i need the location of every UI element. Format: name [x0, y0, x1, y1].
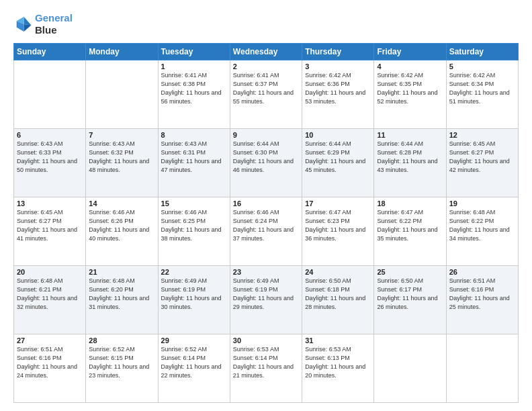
day-info: Sunrise: 6:48 AM Sunset: 6:21 PM Dayligh… [17, 277, 83, 312]
calendar-cell: 1Sunrise: 6:41 AM Sunset: 6:38 PM Daylig… [158, 60, 230, 129]
day-number: 17 [305, 199, 371, 208]
day-info: Sunrise: 6:46 AM Sunset: 6:25 PM Dayligh… [161, 208, 227, 243]
calendar-cell: 29Sunrise: 6:52 AM Sunset: 6:14 PM Dayli… [158, 334, 230, 403]
day-info: Sunrise: 6:44 AM Sunset: 6:30 PM Dayligh… [233, 140, 299, 175]
day-info: Sunrise: 6:49 AM Sunset: 6:19 PM Dayligh… [161, 277, 227, 312]
calendar-cell: 8Sunrise: 6:43 AM Sunset: 6:31 PM Daylig… [158, 129, 230, 197]
logo-text: General Blue [35, 12, 73, 36]
day-number: 21 [89, 268, 154, 276]
calendar-table: SundayMondayTuesdayWednesdayThursdayFrid… [13, 43, 519, 403]
header: General Blue [13, 12, 519, 36]
calendar-cell: 10Sunrise: 6:44 AM Sunset: 6:29 PM Dayli… [302, 129, 374, 197]
day-number: 23 [233, 268, 299, 276]
day-info: Sunrise: 6:53 AM Sunset: 6:13 PM Dayligh… [305, 345, 371, 380]
day-number: 8 [161, 131, 227, 139]
logo-icon [13, 15, 32, 34]
day-number: 15 [161, 199, 227, 208]
calendar-cell: 23Sunrise: 6:49 AM Sunset: 6:19 PM Dayli… [230, 266, 302, 334]
weekday-header: Sunday [14, 44, 86, 60]
day-info: Sunrise: 6:51 AM Sunset: 6:16 PM Dayligh… [17, 345, 83, 380]
day-info: Sunrise: 6:43 AM Sunset: 6:33 PM Dayligh… [17, 140, 83, 175]
day-info: Sunrise: 6:43 AM Sunset: 6:31 PM Dayligh… [161, 140, 227, 175]
day-info: Sunrise: 6:50 AM Sunset: 6:17 PM Dayligh… [377, 277, 443, 312]
calendar-cell: 11Sunrise: 6:44 AM Sunset: 6:28 PM Dayli… [374, 129, 446, 197]
calendar-cell: 9Sunrise: 6:44 AM Sunset: 6:30 PM Daylig… [230, 129, 302, 197]
day-number: 7 [89, 131, 154, 139]
calendar-cell [446, 334, 518, 403]
day-number: 10 [305, 131, 371, 139]
weekday-header: Tuesday [158, 44, 230, 60]
day-number: 11 [377, 131, 443, 139]
calendar-cell [374, 334, 446, 403]
day-info: Sunrise: 6:45 AM Sunset: 6:27 PM Dayligh… [449, 140, 515, 175]
day-number: 12 [449, 131, 515, 139]
calendar-cell [86, 60, 158, 129]
calendar-cell: 2Sunrise: 6:41 AM Sunset: 6:37 PM Daylig… [230, 60, 302, 129]
svg-marker-2 [24, 24, 32, 32]
calendar-cell: 4Sunrise: 6:42 AM Sunset: 6:35 PM Daylig… [374, 60, 446, 129]
day-number: 19 [449, 199, 515, 208]
day-number: 27 [17, 336, 83, 345]
calendar-cell: 3Sunrise: 6:42 AM Sunset: 6:36 PM Daylig… [302, 60, 374, 129]
calendar-cell: 28Sunrise: 6:52 AM Sunset: 6:15 PM Dayli… [86, 334, 158, 403]
day-number: 30 [233, 336, 299, 345]
calendar-cell: 31Sunrise: 6:53 AM Sunset: 6:13 PM Dayli… [302, 334, 374, 403]
calendar-cell: 27Sunrise: 6:51 AM Sunset: 6:16 PM Dayli… [14, 334, 86, 403]
weekday-header: Monday [86, 44, 158, 60]
day-info: Sunrise: 6:46 AM Sunset: 6:24 PM Dayligh… [233, 208, 299, 243]
weekday-header: Friday [374, 44, 446, 60]
day-info: Sunrise: 6:42 AM Sunset: 6:35 PM Dayligh… [377, 71, 443, 106]
day-number: 5 [449, 62, 515, 71]
calendar-cell [14, 60, 86, 129]
day-number: 13 [17, 199, 83, 208]
calendar-cell: 21Sunrise: 6:48 AM Sunset: 6:20 PM Dayli… [86, 266, 158, 334]
calendar-cell: 12Sunrise: 6:45 AM Sunset: 6:27 PM Dayli… [446, 129, 518, 197]
weekday-header: Wednesday [230, 44, 302, 60]
day-number: 29 [161, 336, 227, 345]
calendar-cell: 26Sunrise: 6:51 AM Sunset: 6:16 PM Dayli… [446, 266, 518, 334]
day-number: 9 [233, 131, 299, 139]
calendar-cell: 25Sunrise: 6:50 AM Sunset: 6:17 PM Dayli… [374, 266, 446, 334]
page: General Blue SundayMondayTuesdayWednesda… [0, 0, 532, 411]
day-info: Sunrise: 6:43 AM Sunset: 6:32 PM Dayligh… [89, 140, 154, 175]
day-number: 31 [305, 336, 371, 345]
day-info: Sunrise: 6:44 AM Sunset: 6:29 PM Dayligh… [305, 140, 371, 175]
day-info: Sunrise: 6:47 AM Sunset: 6:23 PM Dayligh… [305, 208, 371, 243]
day-number: 14 [89, 199, 154, 208]
day-info: Sunrise: 6:52 AM Sunset: 6:14 PM Dayligh… [161, 345, 227, 380]
calendar-cell: 18Sunrise: 6:47 AM Sunset: 6:22 PM Dayli… [374, 197, 446, 266]
day-info: Sunrise: 6:42 AM Sunset: 6:34 PM Dayligh… [449, 71, 515, 106]
day-number: 25 [377, 268, 443, 276]
day-info: Sunrise: 6:45 AM Sunset: 6:27 PM Dayligh… [17, 208, 83, 243]
day-info: Sunrise: 6:49 AM Sunset: 6:19 PM Dayligh… [233, 277, 299, 312]
calendar-cell: 6Sunrise: 6:43 AM Sunset: 6:33 PM Daylig… [14, 129, 86, 197]
day-info: Sunrise: 6:48 AM Sunset: 6:22 PM Dayligh… [449, 208, 515, 243]
calendar-cell: 16Sunrise: 6:46 AM Sunset: 6:24 PM Dayli… [230, 197, 302, 266]
day-number: 1 [161, 62, 227, 71]
day-info: Sunrise: 6:41 AM Sunset: 6:37 PM Dayligh… [233, 71, 299, 106]
day-number: 2 [233, 62, 299, 71]
calendar-cell: 13Sunrise: 6:45 AM Sunset: 6:27 PM Dayli… [14, 197, 86, 266]
day-number: 3 [305, 62, 371, 71]
calendar-cell: 15Sunrise: 6:46 AM Sunset: 6:25 PM Dayli… [158, 197, 230, 266]
day-info: Sunrise: 6:53 AM Sunset: 6:14 PM Dayligh… [233, 345, 299, 380]
day-info: Sunrise: 6:44 AM Sunset: 6:28 PM Dayligh… [377, 140, 443, 175]
calendar-cell: 19Sunrise: 6:48 AM Sunset: 6:22 PM Dayli… [446, 197, 518, 266]
day-info: Sunrise: 6:42 AM Sunset: 6:36 PM Dayligh… [305, 71, 371, 106]
calendar-cell: 14Sunrise: 6:46 AM Sunset: 6:26 PM Dayli… [86, 197, 158, 266]
day-info: Sunrise: 6:41 AM Sunset: 6:38 PM Dayligh… [161, 71, 227, 106]
day-number: 24 [305, 268, 371, 276]
calendar-cell: 5Sunrise: 6:42 AM Sunset: 6:34 PM Daylig… [446, 60, 518, 129]
day-number: 4 [377, 62, 443, 71]
day-info: Sunrise: 6:47 AM Sunset: 6:22 PM Dayligh… [377, 208, 443, 243]
day-info: Sunrise: 6:46 AM Sunset: 6:26 PM Dayligh… [89, 208, 154, 243]
calendar-cell: 17Sunrise: 6:47 AM Sunset: 6:23 PM Dayli… [302, 197, 374, 266]
calendar-cell: 24Sunrise: 6:50 AM Sunset: 6:18 PM Dayli… [302, 266, 374, 334]
day-info: Sunrise: 6:48 AM Sunset: 6:20 PM Dayligh… [89, 277, 154, 312]
day-info: Sunrise: 6:50 AM Sunset: 6:18 PM Dayligh… [305, 277, 371, 312]
day-info: Sunrise: 6:52 AM Sunset: 6:15 PM Dayligh… [89, 345, 154, 380]
day-info: Sunrise: 6:51 AM Sunset: 6:16 PM Dayligh… [449, 277, 515, 312]
calendar-cell: 20Sunrise: 6:48 AM Sunset: 6:21 PM Dayli… [14, 266, 86, 334]
calendar-cell: 30Sunrise: 6:53 AM Sunset: 6:14 PM Dayli… [230, 334, 302, 403]
logo: General Blue [13, 12, 73, 36]
